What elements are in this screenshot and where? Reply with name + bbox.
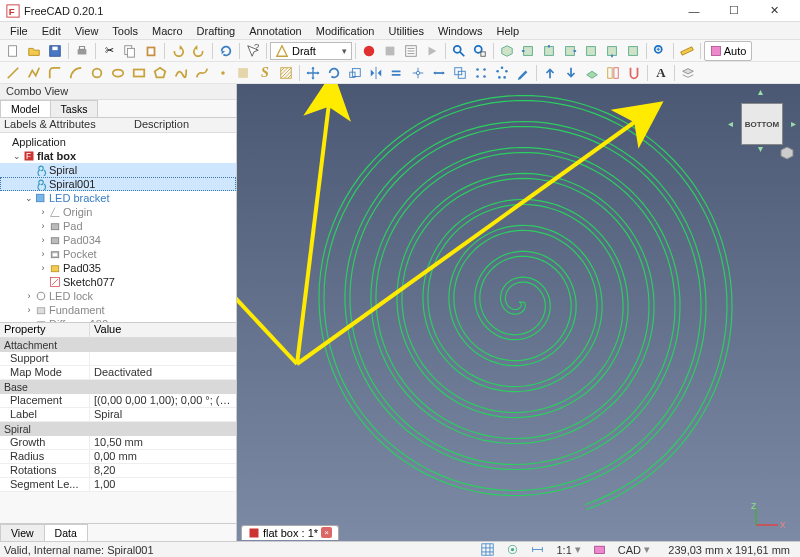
draft-edit-icon[interactable] <box>513 63 533 83</box>
left-view-icon[interactable] <box>623 41 643 61</box>
new-file-icon[interactable] <box>3 41 23 61</box>
draft-circle-icon[interactable] <box>87 63 107 83</box>
draft-hatch-icon[interactable] <box>276 63 296 83</box>
refresh-icon[interactable] <box>216 41 236 61</box>
tree-item-pad[interactable]: ›Pad <box>0 219 236 233</box>
open-file-icon[interactable] <box>24 41 44 61</box>
close-window-button[interactable]: ✕ <box>754 0 794 22</box>
draft-fillet-icon[interactable] <box>45 63 65 83</box>
menu-help[interactable]: Help <box>491 24 526 38</box>
maximize-button[interactable]: ☐ <box>714 0 754 22</box>
prop-placement[interactable]: Placement[(0,00 0,00 1,00); 0,00 °; (0,0… <box>0 394 236 408</box>
rear-view-icon[interactable] <box>581 41 601 61</box>
minimize-button[interactable]: — <box>674 0 714 22</box>
prop-group-spiral[interactable]: Spiral <box>0 422 236 436</box>
tree-item-sketch077[interactable]: Sketch077 <box>0 275 236 289</box>
draft-offset-icon[interactable] <box>387 63 407 83</box>
workbench-selector[interactable]: Draft <box>270 42 352 60</box>
prop-growth[interactable]: Growth10,50 mm <box>0 436 236 450</box>
draft-point-icon[interactable] <box>213 63 233 83</box>
tab-model[interactable]: Model <box>0 100 51 117</box>
draft-wp-icon[interactable] <box>582 63 602 83</box>
cut-icon[interactable]: ✂ <box>99 41 119 61</box>
paste-icon[interactable] <box>141 41 161 61</box>
draft-ellipse-icon[interactable] <box>108 63 128 83</box>
status-navmode[interactable]: CAD ▾ <box>612 543 656 556</box>
cube-arrow-up-icon[interactable]: ▴ <box>758 86 763 97</box>
status-wp-icon[interactable] <box>593 543 606 556</box>
prop-support[interactable]: Support <box>0 352 236 366</box>
macro-list-icon[interactable] <box>401 41 421 61</box>
tree-document[interactable]: ⌄Fflat box <box>0 149 236 163</box>
tree-item-led-bracket[interactable]: ⌄LED bracket <box>0 191 236 205</box>
tree-item-fundament[interactable]: ›Fundament <box>0 303 236 317</box>
menu-file[interactable]: File <box>4 24 34 38</box>
print-icon[interactable] <box>72 41 92 61</box>
draft-snap-icon[interactable] <box>624 63 644 83</box>
draft-rotate-icon[interactable] <box>324 63 344 83</box>
doc-tab-close-icon[interactable]: × <box>321 527 332 538</box>
status-snap-icon[interactable] <box>506 543 519 556</box>
auto-button[interactable]: Auto <box>704 41 752 61</box>
draft-upgrade-icon[interactable] <box>540 63 560 83</box>
tree-application[interactable]: Application <box>0 135 236 149</box>
draft-arc-icon[interactable] <box>66 63 86 83</box>
draft-scale-icon[interactable] <box>345 63 365 83</box>
model-tree[interactable]: Application ⌄Fflat box Spiral Spiral001 … <box>0 133 236 323</box>
prop-group-attachment[interactable]: Attachment <box>0 338 236 352</box>
draft-mirror-icon[interactable] <box>366 63 386 83</box>
tree-item-spiral[interactable]: Spiral <box>0 163 236 177</box>
undo-icon[interactable] <box>168 41 188 61</box>
tab-data[interactable]: Data <box>44 524 88 541</box>
prop-rotations[interactable]: Rotations8,20 <box>0 464 236 478</box>
save-icon[interactable] <box>45 41 65 61</box>
cube-arrow-right-icon[interactable]: ▸ <box>791 118 796 129</box>
draft-facebinder-icon[interactable] <box>234 63 254 83</box>
prop-segment[interactable]: Segment Le...1,00 <box>0 478 236 492</box>
draft-text-icon[interactable]: A <box>651 63 671 83</box>
draft-downgrade-icon[interactable] <box>561 63 581 83</box>
tree-item-led-lock[interactable]: ›LED lock <box>0 289 236 303</box>
tree-item-spiral001[interactable]: Spiral001 <box>0 177 236 191</box>
cube-arrow-down-icon[interactable]: ▾ <box>758 143 763 154</box>
draft-polararray-icon[interactable] <box>492 63 512 83</box>
doc-tab-flatbox[interactable]: flat box : 1* × <box>241 525 339 540</box>
status-scale[interactable]: 1:1 ▾ <box>550 543 586 556</box>
prop-radius[interactable]: Radius0,00 mm <box>0 450 236 464</box>
draft-trimex-icon[interactable] <box>408 63 428 83</box>
tree-item-pocket[interactable]: ›Pocket <box>0 247 236 261</box>
draft-clone-icon[interactable] <box>450 63 470 83</box>
macro-play-icon[interactable] <box>422 41 442 61</box>
status-grid-icon[interactable] <box>481 543 494 556</box>
copy-icon[interactable] <box>120 41 140 61</box>
draft-draft2sketch-icon[interactable] <box>603 63 623 83</box>
tree-item-pad035[interactable]: ›Pad035 <box>0 261 236 275</box>
menu-annotation[interactable]: Annotation <box>243 24 308 38</box>
iso-view-icon[interactable] <box>497 41 517 61</box>
measure-icon[interactable] <box>677 41 697 61</box>
whatsthis-icon[interactable]: ? <box>243 41 263 61</box>
menu-drafting[interactable]: Drafting <box>191 24 242 38</box>
draft-line-icon[interactable] <box>3 63 23 83</box>
macro-stop-icon[interactable] <box>380 41 400 61</box>
draft-wire-icon[interactable] <box>24 63 44 83</box>
top-view-icon[interactable] <box>539 41 559 61</box>
draft-move-icon[interactable] <box>303 63 323 83</box>
zoom-in-icon[interactable] <box>650 41 670 61</box>
draft-bezier-icon[interactable] <box>192 63 212 83</box>
tree-item-pad034[interactable]: ›Pad034 <box>0 233 236 247</box>
fit-selection-icon[interactable] <box>470 41 490 61</box>
draft-polygon-icon[interactable] <box>150 63 170 83</box>
prop-group-base[interactable]: Base <box>0 380 236 394</box>
fit-all-icon[interactable] <box>449 41 469 61</box>
draft-layer-icon[interactable] <box>678 63 698 83</box>
draft-bspline-icon[interactable] <box>171 63 191 83</box>
redo-icon[interactable] <box>189 41 209 61</box>
status-dim-icon[interactable] <box>531 543 544 556</box>
cube-mini-icon[interactable] <box>780 146 794 160</box>
draft-array-icon[interactable] <box>471 63 491 83</box>
cube-arrow-left-icon[interactable]: ◂ <box>728 118 733 129</box>
draft-shapestring-icon[interactable]: S <box>255 63 275 83</box>
front-view-icon[interactable] <box>518 41 538 61</box>
bottom-view-icon[interactable] <box>602 41 622 61</box>
